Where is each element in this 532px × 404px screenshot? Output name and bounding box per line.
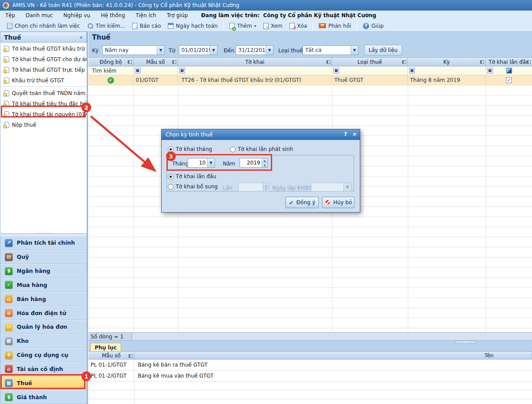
sidebar-item-khau-tru-gtgt[interactable]: Khấu trừ thuế GTGT [0, 75, 87, 86]
delete-button[interactable]: Xóa [286, 22, 310, 30]
sidebar-item-tai-nguyen[interactable]: Tờ khai thuế tài nguyên (01/TA... [0, 109, 87, 120]
menu-nghiep-vu[interactable]: Nghiệp vụ [58, 11, 96, 19]
times-spin-buttons: ▲▼ [263, 183, 269, 191]
sidebar-item-gtgt-khau-tru[interactable]: Tờ khai thuế GTGT khấu trừ (0... [0, 44, 87, 54]
radio-to-khai-lan-phat-sinh[interactable]: Tờ khai lần phát sinh [230, 146, 293, 152]
radio-to-khai-thang[interactable]: Tờ khai tháng [168, 146, 212, 152]
module-ngan-hang[interactable]: $ Ngân hàng [0, 264, 87, 278]
column-filter-icon[interactable] [487, 68, 493, 73]
filter-cell-ky[interactable] [408, 66, 486, 75]
panel-collapse-grip[interactable] [455, 341, 476, 344]
column-filter-icon[interactable] [333, 68, 339, 73]
search-label: Tìm kiếm... [96, 23, 125, 29]
radio-to-khai-bo-sung[interactable]: Tờ khai bổ sung [168, 184, 218, 190]
spin-down-icon[interactable]: ▼ [262, 163, 267, 168]
search-button[interactable]: Tìm kiếm... [83, 22, 129, 30]
menu-tien-ich[interactable]: Tiện ích [130, 11, 162, 19]
appendix-row[interactable]: PL 01-1/GTGT Bảng kê bán ra thuế GTGT [89, 360, 532, 371]
to-date-dropdown-icon[interactable]: ▼ [266, 46, 273, 55]
tax-type-combobox[interactable]: Tất cả ▼ [303, 45, 358, 55]
add-dropdown-caret-icon[interactable]: ▾ [254, 24, 256, 28]
filter-cell-to-khai[interactable] [178, 66, 332, 75]
help-button[interactable]: ? Giúp [359, 22, 387, 30]
menu-tep[interactable]: Tệp [0, 11, 20, 19]
load-data-button[interactable]: Lấy dữ liệu [364, 45, 402, 55]
module-kho[interactable]: ▦ Kho [0, 334, 87, 348]
pin-column-icon[interactable] [527, 60, 531, 64]
month-combobox[interactable]: 10 ▼ [188, 158, 215, 168]
to-date-picker[interactable]: 31/12/2019 ▼ [236, 45, 273, 55]
tax-form-icon [4, 67, 9, 73]
filter-cell-lan-dau[interactable] [486, 66, 532, 75]
month-dropdown-icon[interactable]: ▼ [207, 158, 214, 167]
column-header-to-khai[interactable]: Tờ khai [178, 57, 332, 66]
synced-check-icon: ✓ [107, 77, 114, 84]
feedback-button[interactable]: Phản hồi [315, 22, 355, 30]
sidebar-item-gtgt-du-an[interactable]: Tờ khai thuế GTGT cho dự án... [0, 54, 87, 65]
module-quan-ly-hoa-don[interactable]: ▭ Quản lý hóa đơn [0, 320, 87, 334]
ok-button[interactable]: ✔ Đồng ý [285, 197, 319, 208]
pin-column-icon[interactable] [326, 60, 330, 64]
module-phan-tich-tai-chinh[interactable]: ↗ Phân tích tài chính [0, 236, 87, 250]
collapse-panel-icon[interactable]: « [79, 34, 83, 40]
report-button[interactable]: Báo cáo [129, 22, 164, 30]
dialog-title-bar[interactable]: Chọn kỳ tính thuế ? × [162, 129, 360, 140]
filter-cell-search[interactable]: Tìm kiếm [89, 66, 133, 75]
add-button[interactable]: Thêm ▾ [226, 22, 260, 30]
menu-danh-muc[interactable]: Danh mục [20, 11, 58, 19]
module-hoa-don-dien-tu[interactable]: ≡ Hóa đơn điện tử [0, 306, 87, 320]
column-header-mau-so[interactable]: Mẫu số [133, 57, 178, 66]
sidebar-item-tndn[interactable]: Quyết toán thuế TNDN năm (0... [0, 88, 87, 99]
column-header-ky[interactable]: Kỳ [408, 57, 486, 66]
module-mua-hang[interactable]: ✓ Mua hàng [0, 278, 87, 292]
sidebar-item-tieu-thu-dac-biet[interactable]: Tờ khai thuế tiêu thụ đặc biệt (... [0, 99, 87, 109]
filter-cell-mau-so[interactable] [133, 66, 178, 75]
column-filter-icon[interactable] [409, 68, 415, 73]
menu-he-thong[interactable]: Hệ thống [96, 11, 130, 19]
column-filter-icon[interactable] [135, 68, 140, 73]
appendix-row[interactable]: PL 01-2/GTGT Bảng kê mua vào thuế GTGT [89, 371, 532, 382]
column-label: Mẫu số [146, 59, 165, 65]
appendix-column-ten[interactable]: Tên [134, 351, 532, 360]
posting-date-button[interactable]: Ngày hạch toán [164, 22, 221, 30]
module-tai-san-co-dinh[interactable]: ⌂ Tài sản cố định [0, 362, 87, 376]
menu-tro-giup[interactable]: Trợ giúp [162, 11, 193, 19]
table-row-selected[interactable]: ✓ 01/GTGT TT26 - Tờ khai thuế GTGT khấu … [89, 75, 532, 85]
pin-column-icon[interactable] [128, 60, 132, 64]
sidebar-splitter-handle[interactable] [0, 233, 87, 236]
dialog-help-icon[interactable]: ? [344, 131, 347, 137]
dialog-close-icon[interactable]: × [352, 131, 357, 137]
view-button[interactable]: Xem [260, 22, 286, 30]
column-header-dong-bo[interactable]: Đồng bộ [89, 57, 133, 66]
pin-column-icon[interactable] [129, 354, 133, 358]
column-filter-icon[interactable] [179, 68, 185, 73]
period-dropdown-icon[interactable]: ▼ [157, 46, 164, 55]
radio-to-khai-lan-dau[interactable]: Tờ khai lần đầu [168, 173, 216, 180]
year-spinner[interactable]: 2019 ▲▼ [240, 158, 268, 168]
filter-cell-loai-thue[interactable] [332, 66, 408, 75]
sidebar-item-nop-thue[interactable]: Nộp thuế [0, 120, 87, 130]
module-ban-hang[interactable]: ⌂ Bán hàng [0, 292, 87, 306]
module-cong-cu-dung-cu[interactable]: ✚ Công cụ dụng cụ [0, 348, 87, 362]
spin-up-icon[interactable]: ▲ [262, 158, 267, 163]
module-gia-thanh[interactable]: $ Giá thành [0, 390, 87, 404]
tab-phu-luc[interactable]: Phụ lục [90, 343, 121, 352]
sidebar-item-gtgt-truc-tiep[interactable]: Tờ khai thuế GTGT trực tiếp trê... [0, 65, 87, 75]
pin-column-icon[interactable] [172, 60, 176, 64]
branch-select-button[interactable]: Chọn chi nhánh làm việc [4, 22, 83, 30]
column-header-to-khai-lan-dau[interactable]: Tờ khai lần đầu [486, 57, 532, 66]
pin-column-icon[interactable] [402, 60, 406, 64]
year-spin-buttons[interactable]: ▲▼ [262, 158, 267, 167]
first-declaration-checkbox[interactable]: ✓ [506, 77, 512, 83]
pin-column-icon[interactable] [480, 60, 484, 64]
module-thue[interactable]: ▦ Thuế [0, 376, 87, 390]
from-date-picker[interactable]: 01/01/2019 ▼ [179, 45, 218, 55]
tax-type-dropdown-icon[interactable]: ▼ [351, 46, 358, 55]
module-quy[interactable]: ▤ Quỹ [0, 250, 87, 264]
cancel-button[interactable]: Hủy bỏ [322, 197, 355, 208]
period-combobox[interactable]: Năm nay ▼ [102, 45, 165, 55]
column-header-loai-thue[interactable]: Loại thuế [332, 57, 408, 66]
from-date-dropdown-icon[interactable]: ▼ [210, 46, 217, 55]
appendix-column-mau-so[interactable]: Mẫu số [89, 351, 134, 360]
tristate-checkbox-filter-icon[interactable] [506, 68, 512, 73]
